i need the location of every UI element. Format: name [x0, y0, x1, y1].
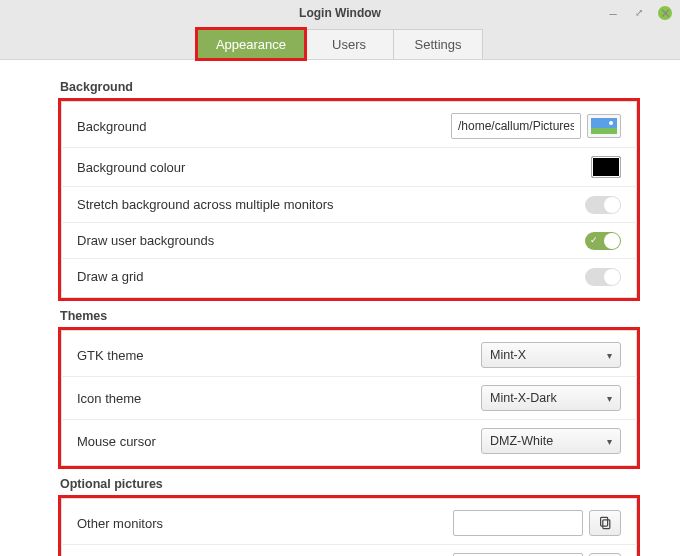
- label-background-colour: Background colour: [77, 160, 185, 175]
- svg-point-2: [609, 121, 613, 125]
- label-gtk-theme: GTK theme: [77, 348, 143, 363]
- background-colour-swatch[interactable]: [591, 156, 621, 178]
- panel-themes: GTK theme Mint-X ▾ Icon theme Mint-X-Dar…: [58, 327, 640, 469]
- row-other-monitors: Other monitors: [61, 502, 637, 544]
- label-other-monitors: Other monitors: [77, 516, 163, 531]
- row-background: Background: [61, 105, 637, 147]
- label-icon-theme: Icon theme: [77, 391, 141, 406]
- toggle-on-mark: ✓: [590, 235, 598, 245]
- maximize-icon[interactable]: ⤢: [632, 6, 646, 20]
- other-monitors-browse-button[interactable]: [589, 510, 621, 536]
- dropdown-value: DMZ-White: [490, 434, 553, 448]
- panel-optional: Other monitors Bottom left: [58, 495, 640, 556]
- tab-label: Settings: [415, 37, 462, 52]
- window-title: Login Window: [0, 0, 680, 20]
- gtk-theme-dropdown[interactable]: Mint-X ▾: [481, 342, 621, 368]
- label-draw-user-bg: Draw user backgrounds: [77, 233, 214, 248]
- row-draw-user-bg: Draw user backgrounds ✓: [61, 222, 637, 258]
- draw-user-bg-toggle[interactable]: ✓: [585, 232, 621, 250]
- row-mouse-cursor: Mouse cursor DMZ-White ▾: [61, 419, 637, 462]
- section-title-background: Background: [60, 80, 640, 94]
- row-draw-grid: Draw a grid ×: [61, 258, 637, 294]
- other-monitors-input[interactable]: [453, 510, 583, 536]
- svg-rect-3: [601, 517, 608, 526]
- window-header: Login Window – ⤢ ✕ Appearance Users Sett…: [0, 0, 680, 60]
- toggle-knob: [604, 233, 620, 249]
- section-title-optional: Optional pictures: [60, 477, 640, 491]
- tab-label: Users: [332, 37, 366, 52]
- dropdown-value: Mint-X: [490, 348, 526, 362]
- label-draw-grid: Draw a grid: [77, 269, 143, 284]
- control-group: [451, 113, 621, 139]
- tab-users[interactable]: Users: [304, 29, 394, 59]
- mouse-cursor-dropdown[interactable]: DMZ-White ▾: [481, 428, 621, 454]
- section-title-themes: Themes: [60, 309, 640, 323]
- dropdown-value: Mint-X-Dark: [490, 391, 557, 405]
- stretch-toggle[interactable]: ×: [585, 196, 621, 214]
- tab-bar: Appearance Users Settings: [0, 29, 680, 59]
- label-stretch: Stretch background across multiple monit…: [77, 197, 334, 212]
- row-bottom-left: Bottom left: [61, 544, 637, 556]
- window-controls: – ⤢ ✕: [606, 6, 672, 20]
- image-thumb-icon: [591, 118, 617, 134]
- background-preview-button[interactable]: [587, 114, 621, 138]
- content-area: Background Background Background colour …: [0, 60, 680, 556]
- icon-theme-dropdown[interactable]: Mint-X-Dark ▾: [481, 385, 621, 411]
- label-background: Background: [77, 119, 146, 134]
- control-group: [453, 510, 621, 536]
- tab-settings[interactable]: Settings: [393, 29, 483, 59]
- chevron-down-icon: ▾: [607, 393, 612, 404]
- chevron-down-icon: ▾: [607, 350, 612, 361]
- toggle-knob: [604, 269, 620, 285]
- copy-icon: [598, 516, 612, 530]
- svg-rect-0: [591, 118, 617, 128]
- svg-rect-1: [591, 128, 617, 134]
- row-background-colour: Background colour: [61, 147, 637, 186]
- panel-background: Background Background colour Stretch bac…: [58, 98, 640, 301]
- label-mouse-cursor: Mouse cursor: [77, 434, 156, 449]
- tab-label: Appearance: [216, 37, 286, 52]
- minimize-icon[interactable]: –: [606, 6, 620, 20]
- row-stretch: Stretch background across multiple monit…: [61, 186, 637, 222]
- chevron-down-icon: ▾: [607, 436, 612, 447]
- toggle-knob: [604, 197, 620, 213]
- background-path-input[interactable]: [451, 113, 581, 139]
- svg-rect-4: [603, 520, 610, 529]
- row-gtk-theme: GTK theme Mint-X ▾: [61, 334, 637, 376]
- tab-appearance[interactable]: Appearance: [197, 29, 305, 59]
- close-icon[interactable]: ✕: [658, 6, 672, 20]
- row-icon-theme: Icon theme Mint-X-Dark ▾: [61, 376, 637, 419]
- draw-grid-toggle[interactable]: ×: [585, 268, 621, 286]
